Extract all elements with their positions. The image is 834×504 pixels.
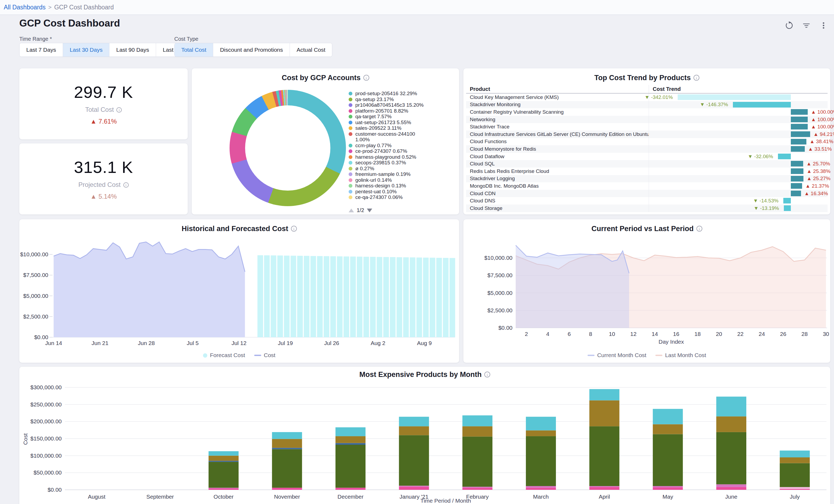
- legend-item: ce-qa-274307 0.06%: [349, 194, 451, 200]
- time-range-option[interactable]: Last 7 Days: [20, 43, 63, 57]
- filter-icon[interactable]: [801, 20, 811, 30]
- total-cost-value: 299.7 K: [74, 83, 133, 102]
- legend-dot: [349, 195, 352, 199]
- legend-dot: [349, 184, 352, 188]
- refresh-icon[interactable]: [784, 20, 794, 30]
- cost-type-label: Cost Type: [174, 36, 198, 42]
- svg-text:$5,000.00: $5,000.00: [487, 290, 512, 296]
- svg-text:December: December: [337, 494, 364, 500]
- legend-item: customer-success-244100 1.00%: [349, 131, 451, 143]
- chart-title: Top Cost Trend by Products: [463, 74, 830, 82]
- legend-item: Cost: [254, 352, 276, 358]
- svg-text:30: 30: [823, 331, 829, 337]
- info-icon[interactable]: [291, 226, 297, 232]
- legend-item: harness-design 0.13%: [349, 183, 451, 189]
- trend-bar: [733, 102, 791, 108]
- page-title: GCP Cost Dashboard: [19, 18, 120, 29]
- legend-dot: [349, 120, 352, 124]
- legend-dot: [349, 144, 352, 148]
- table-row: Networking▲ 100.00%: [466, 116, 828, 123]
- svg-text:18: 18: [695, 331, 701, 337]
- table-row: Cloud CDN▲ 16.34%: [466, 190, 828, 197]
- svg-text:Jul 12: Jul 12: [232, 340, 246, 346]
- trend-bar: [791, 109, 808, 115]
- legend-item: sales-209522 3.11%: [349, 125, 451, 131]
- info-icon[interactable]: [694, 75, 699, 81]
- breadcrumb-chevron-icon: >: [48, 4, 51, 10]
- legend-item: ccm-play 0.77%: [349, 143, 451, 149]
- historical-forecast-card: Historical and Forecasted Cost $10,000.0…: [19, 219, 459, 363]
- svg-text:16: 16: [673, 331, 679, 337]
- cost-type-segmented-control: Total CostDiscount and PromotionsActual …: [174, 43, 332, 57]
- svg-text:$300,000.00: $300,000.00: [30, 384, 62, 390]
- legend-item: qa-setup 23.17%: [349, 96, 451, 103]
- kebab-menu-icon[interactable]: [818, 20, 829, 30]
- trend-bar: [791, 124, 808, 130]
- breadcrumb-all-dashboards-link[interactable]: All Dashboards: [4, 4, 46, 11]
- legend-item: pr10406a87045145c3 15.20%: [349, 102, 451, 108]
- svg-text:$0.00: $0.00: [47, 487, 62, 493]
- info-icon[interactable]: [484, 372, 490, 377]
- legend-item: ø 0.27%: [349, 166, 451, 172]
- trend-bar: [783, 198, 791, 203]
- trend-bar: [791, 183, 802, 189]
- svg-text:May: May: [662, 494, 673, 500]
- table-row: Cloud DNS▼ -14.53%: [466, 197, 828, 204]
- table-row: Redis Labs Redis Enterprise Cloud▲ 25.38…: [466, 168, 828, 175]
- info-icon[interactable]: [697, 226, 702, 232]
- svg-text:$7,500.00: $7,500.00: [487, 272, 512, 278]
- projected-cost-label: Projected Cost: [78, 181, 129, 189]
- legend-item: secops-239815 0.37%: [349, 160, 451, 166]
- svg-text:Time Period / Month: Time Period / Month: [420, 498, 471, 504]
- svg-text:8: 8: [589, 331, 592, 337]
- trend-bar: [791, 146, 805, 152]
- legend-dot: [349, 132, 352, 136]
- table-row: Cloud Memorystore for Redis▲ 33.51%: [466, 145, 828, 153]
- cost-type-option[interactable]: Actual Cost: [290, 43, 332, 57]
- svg-text:24: 24: [759, 331, 765, 337]
- trend-bar: [778, 154, 791, 159]
- trend-bar: [791, 139, 806, 145]
- svg-text:2: 2: [525, 331, 528, 337]
- svg-text:Aug 9: Aug 9: [417, 340, 432, 346]
- svg-text:14: 14: [652, 331, 658, 337]
- svg-text:$10,000.00: $10,000.00: [484, 255, 512, 261]
- svg-text:November: November: [274, 494, 300, 500]
- svg-text:Jul 26: Jul 26: [324, 340, 339, 346]
- gcp-accounts-donut-chart: [229, 90, 346, 206]
- historical-forecast-chart: $10,000.00$7,500.00$5,000.00$2,500.00$0.…: [19, 234, 459, 349]
- info-icon[interactable]: [123, 182, 129, 188]
- legend-item: ce-prod-274307 0.67%: [349, 148, 451, 154]
- svg-text:20: 20: [716, 331, 722, 337]
- svg-text:September: September: [147, 494, 174, 500]
- legend-dot: [349, 97, 352, 101]
- total-cost-delta: ▲ 7.61%: [90, 118, 117, 125]
- legend-dot: [349, 115, 352, 118]
- info-icon[interactable]: [364, 75, 369, 81]
- legend-page-up-icon[interactable]: [349, 209, 354, 212]
- legend-page-down-icon[interactable]: [367, 209, 372, 212]
- table-row: MongoDB Inc. MongoDB Atlas▲ 21.37%: [466, 182, 828, 190]
- cost-type-option[interactable]: Discount and Promotions: [213, 43, 290, 57]
- donut-legend: prod-setup-205416 32.29%qa-setup 23.17%p…: [349, 91, 451, 200]
- total-cost-label: Total Cost: [85, 106, 122, 113]
- svg-text:August: August: [88, 494, 106, 500]
- legend-dot: [349, 190, 352, 194]
- chart-title: Current Period vs Last Period: [463, 225, 830, 233]
- chart-legend: Forecast CostCost: [19, 352, 459, 358]
- cost-type-option[interactable]: Total Cost: [175, 43, 213, 57]
- trend-bar: [791, 131, 810, 137]
- table-row: Cloud Infrastructure Services GitLab Ser…: [466, 131, 828, 138]
- trend-bar: [784, 205, 791, 211]
- gcp-cost-dashboard-page: All Dashboards > GCP Cost Dashboard GCP …: [0, 0, 834, 504]
- svg-text:10: 10: [609, 331, 615, 337]
- legend-item: uat-setup-261723 5.55%: [349, 119, 451, 126]
- projected-cost-value: 315.1 K: [74, 158, 133, 177]
- table-row: Cloud Storage▼ -13.19%: [466, 204, 828, 212]
- info-icon[interactable]: [116, 107, 122, 113]
- time-range-option[interactable]: Last 90 Days: [109, 43, 156, 57]
- svg-text:Jul 5: Jul 5: [186, 340, 198, 346]
- svg-text:Jun 28: Jun 28: [138, 340, 155, 346]
- time-range-option[interactable]: Last 30 Days: [63, 43, 109, 57]
- breadcrumb-current: GCP Cost Dashboard: [54, 4, 114, 11]
